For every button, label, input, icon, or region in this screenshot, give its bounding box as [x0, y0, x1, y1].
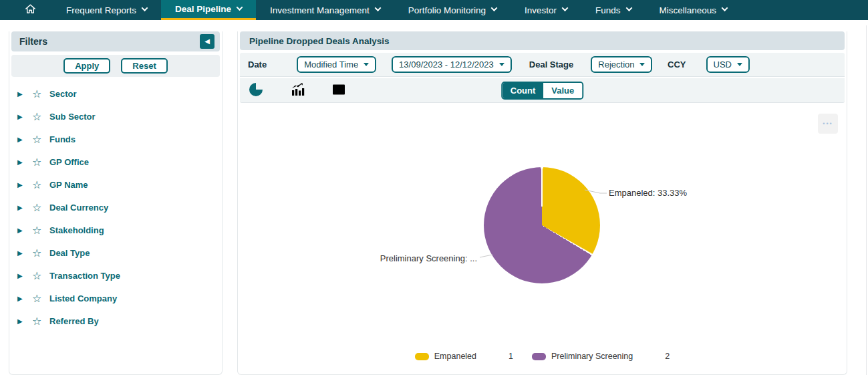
count-value-toggle: Count Value: [501, 82, 584, 100]
expand-triangle-icon[interactable]: ▶: [17, 318, 25, 325]
caret-down-icon: [639, 63, 645, 66]
date-range-dropdown[interactable]: 13/09/2023 - 12/12/2023: [392, 56, 512, 73]
legend-item-empaneled[interactable]: Empaneled 1: [415, 352, 513, 361]
report-panel: Pipeline Dropped Deals Analysis Date Mod…: [237, 31, 847, 375]
caret-down-icon: [499, 63, 504, 66]
ccy-dropdown[interactable]: USD: [706, 56, 750, 73]
table-view-button[interactable]: [331, 82, 347, 98]
favorite-star-icon[interactable]: ☆: [32, 315, 49, 328]
count-toggle-button[interactable]: Count: [502, 83, 544, 98]
chevron-down-icon: [237, 4, 243, 11]
chart-controls: Count Value: [240, 78, 845, 103]
chevron-down-icon: [722, 5, 728, 11]
filters-actions: Apply Reset: [11, 55, 220, 77]
expand-triangle-icon[interactable]: ▶: [17, 249, 25, 257]
date-type-dropdown[interactable]: Modified Time: [297, 56, 376, 73]
apply-button[interactable]: Apply: [63, 58, 110, 74]
favorite-star-icon[interactable]: ☆: [32, 156, 49, 168]
filters-panel: Filters ◀ Apply Reset ▶ ☆ Sector ▶ ☆ Sub…: [9, 31, 223, 375]
home-button[interactable]: [15, 0, 45, 20]
collapse-filters-button[interactable]: ◀: [200, 34, 214, 49]
chevron-down-icon: [491, 5, 498, 11]
chart-legend: Empaneled 1 Preliminary Screening 2: [238, 352, 847, 361]
page-edge-divider: [866, 25, 867, 375]
nav-item-funds[interactable]: Funds: [581, 0, 645, 20]
favorite-star-icon[interactable]: ☆: [32, 247, 49, 259]
expand-triangle-icon[interactable]: ▶: [17, 227, 25, 234]
pie-chart-view-button[interactable]: [248, 82, 264, 98]
chevron-left-icon: ◀: [204, 37, 210, 45]
expand-triangle-icon[interactable]: ▶: [17, 90, 25, 98]
favorite-star-icon[interactable]: ☆: [32, 201, 49, 214]
expand-triangle-icon[interactable]: ▶: [17, 295, 25, 302]
expand-triangle-icon[interactable]: ▶: [17, 204, 25, 211]
filter-item-sub-sector[interactable]: ▶ ☆ Sub Sector: [9, 105, 222, 128]
nav-item-deal-pipeline[interactable]: Deal Pipeline: [161, 0, 256, 20]
nav-item-portfolio-monitoring[interactable]: Portfolio Monitoring: [394, 0, 511, 20]
home-icon: [24, 3, 37, 18]
pie-label-preliminary-screening: Preliminary Screening: ...: [310, 253, 477, 263]
ccy-label: CCY: [668, 59, 686, 70]
nav-menu: Frequent Reports Deal Pipeline Investmen…: [52, 0, 741, 20]
legend-swatch: [532, 353, 546, 360]
expand-triangle-icon[interactable]: ▶: [17, 113, 25, 120]
filter-item-referred-by[interactable]: ▶ ☆ Referred By: [9, 309, 222, 332]
chevron-down-icon: [625, 5, 632, 11]
bar-chart-icon: [289, 82, 305, 99]
deal-stage-dropdown[interactable]: Rejection: [591, 56, 652, 73]
caret-down-icon: [364, 63, 369, 66]
filter-item-funds[interactable]: ▶ ☆ Funds: [9, 128, 222, 150]
favorite-star-icon[interactable]: ☆: [32, 133, 49, 146]
deal-stage-label: Deal Stage: [529, 59, 573, 70]
pie-chart-area: ••• Empaneled: 33.33% Preliminary Screen…: [238, 103, 847, 372]
value-toggle-button[interactable]: Value: [543, 83, 582, 98]
favorite-star-icon[interactable]: ☆: [32, 110, 49, 123]
filter-list: ▶ ☆ Sector ▶ ☆ Sub Sector ▶ ☆ Funds ▶ ☆ …: [9, 82, 222, 332]
expand-triangle-icon[interactable]: ▶: [17, 181, 25, 189]
expand-triangle-icon[interactable]: ▶: [17, 272, 25, 279]
favorite-star-icon[interactable]: ☆: [32, 88, 49, 100]
filters-title: Filters: [19, 36, 200, 47]
filter-item-gp-name[interactable]: ▶ ☆ GP Name: [9, 173, 222, 196]
filter-item-transaction-type[interactable]: ▶ ☆ Transaction Type: [9, 264, 222, 287]
pie-label-empaneled: Empaneled: 33.33%: [609, 188, 687, 198]
filter-item-listed-company[interactable]: ▶ ☆ Listed Company: [9, 287, 222, 309]
favorite-star-icon[interactable]: ☆: [32, 292, 49, 305]
nav-item-frequent-reports[interactable]: Frequent Reports: [52, 0, 161, 20]
nav-item-investor[interactable]: Investor: [511, 0, 581, 20]
top-navbar: Frequent Reports Deal Pipeline Investmen…: [0, 0, 868, 20]
filter-item-gp-office[interactable]: ▶ ☆ GP Office: [9, 150, 222, 173]
bar-chart-view-button[interactable]: [289, 82, 305, 98]
report-toolbar: Date Modified Time 13/09/2023 - 12/12/20…: [240, 53, 845, 77]
legend-swatch: [415, 353, 429, 360]
report-title: Pipeline Dropped Deals Analysis: [249, 36, 390, 46]
legend-item-preliminary-screening[interactable]: Preliminary Screening 2: [532, 352, 670, 361]
reset-button[interactable]: Reset: [121, 58, 167, 74]
nav-item-investment-management[interactable]: Investment Management: [256, 0, 394, 20]
filter-item-stakeholding[interactable]: ▶ ☆ Stakeholding: [9, 219, 222, 241]
caret-down-icon: [737, 63, 742, 66]
chevron-down-icon: [374, 5, 381, 11]
date-label: Date: [248, 59, 267, 70]
filters-header: Filters ◀: [11, 31, 220, 51]
table-icon: [331, 82, 346, 99]
pie-chart[interactable]: [484, 167, 600, 283]
chevron-down-icon: [142, 5, 148, 11]
report-header: Pipeline Dropped Deals Analysis: [240, 31, 845, 50]
favorite-star-icon[interactable]: ☆: [32, 178, 49, 191]
filter-item-deal-currency[interactable]: ▶ ☆ Deal Currency: [9, 196, 222, 219]
favorite-star-icon[interactable]: ☆: [32, 269, 49, 282]
expand-triangle-icon[interactable]: ▶: [17, 158, 25, 166]
pie-chart-icon: [249, 82, 263, 99]
chevron-down-icon: [562, 5, 569, 11]
favorite-star-icon[interactable]: ☆: [32, 224, 49, 237]
more-options-button[interactable]: •••: [818, 114, 838, 134]
filter-item-sector[interactable]: ▶ ☆ Sector: [9, 82, 222, 105]
filter-item-deal-type[interactable]: ▶ ☆ Deal Type: [9, 241, 222, 264]
nav-item-miscellaneous[interactable]: Miscellaneous: [645, 0, 742, 20]
expand-triangle-icon[interactable]: ▶: [17, 136, 25, 143]
